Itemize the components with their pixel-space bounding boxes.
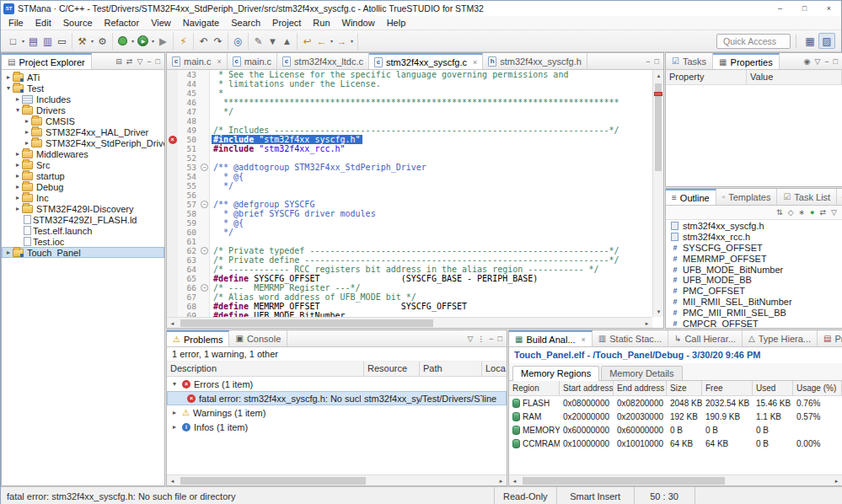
sort-icon[interactable]: ⇅ <box>776 208 783 217</box>
subtab-memory-details[interactable]: Memory Details <box>601 366 682 380</box>
problems-group-warnings-1-item[interactable]: ▸⚠Warnings (1 item) <box>167 405 507 420</box>
tab-task-list[interactable]: ☑Task List <box>777 189 837 205</box>
tab-templates[interactable]: ▫Templates <box>716 189 778 205</box>
memory-region-row[interactable]: FLASH0x080000000x082000002048 KB2032.54 … <box>509 396 842 410</box>
outline-item-pmc-mii-rmii-sel-bb[interactable]: #PMC_MII_RMII_SEL_BB <box>666 307 842 318</box>
scroll-left-arrow-icon[interactable]: ◂ <box>167 475 178 486</box>
forward-icon[interactable]: → <box>335 34 349 49</box>
tree-item-test[interactable]: ▾Test <box>2 83 164 94</box>
menu-navigate[interactable]: Navigate <box>177 17 225 29</box>
close-tab-icon[interactable]: × <box>473 58 477 67</box>
twisty-icon[interactable]: ▸ <box>4 73 13 81</box>
view-menu-icon[interactable]: ⋮ <box>477 335 485 343</box>
view-menu-icon[interactable]: ▽ <box>814 57 820 66</box>
problems-group-errors-1-item[interactable]: ▾×Errors (1 item) <box>167 377 507 391</box>
menu-search[interactable]: Search <box>225 17 266 29</box>
tree-item-stm32f429i-discovery[interactable]: ▸STM32F429I-Discovery <box>2 203 164 214</box>
scroll-right-arrow-icon[interactable]: ▸ <box>831 475 842 486</box>
twisty-icon[interactable]: ▾ <box>4 84 13 92</box>
view-menu-icon[interactable]: ▽ <box>831 208 837 217</box>
error-overview-marker[interactable] <box>654 92 662 96</box>
tab-console[interactable]: ▣Console <box>229 330 287 346</box>
undo-icon[interactable]: ↶ <box>196 34 211 49</box>
outline-item-stm32f4xx-rcc-h[interactable]: stm32f4xx_rcc.h <box>666 232 842 243</box>
horizontal-scrollbar-thumb[interactable] <box>180 477 366 485</box>
tab-outline[interactable]: ≡Outline <box>666 189 716 205</box>
menu-project[interactable]: Project <box>266 17 307 29</box>
tab-tasks[interactable]: ☑Tasks <box>666 53 713 69</box>
run-icon[interactable]: ▶ <box>137 35 148 46</box>
link-with-editor-icon[interactable]: ⇄ <box>820 208 827 217</box>
back-menu-icon[interactable]: ▾ <box>329 38 335 44</box>
tab-stm32f4xx-syscfg-c[interactable]: cstm32f4xx_syscfg.c× <box>369 53 483 69</box>
problems-column-description[interactable]: Description <box>167 362 364 376</box>
back-icon[interactable]: ← <box>314 34 329 49</box>
redo-icon[interactable]: ↷ <box>211 34 225 49</box>
toggle-mark-occurrences-icon[interactable]: ✎ <box>251 34 265 49</box>
tree-item-debug[interactable]: ▸Debug <box>2 181 164 192</box>
outline-item-mii-rmii-sel-bitnumber[interactable]: #MII_RMII_SEL_BitNumber <box>666 297 842 308</box>
menu-refactor[interactable]: Refactor <box>99 17 146 29</box>
tab-problem-d[interactable]: ▤Problem D... <box>818 330 842 346</box>
tree-item-stm32f429zi-flash-ld[interactable]: STM32F429ZI_FLASH.ld <box>2 214 164 225</box>
scroll-left-arrow-icon[interactable]: ◂ <box>509 475 520 486</box>
outline-item-cmpcr-offset[interactable]: #CMPCR_OFFSET <box>666 318 842 328</box>
tree-item-touch-panel[interactable]: ▸Touch_Panel <box>2 247 164 258</box>
problems-column-loca[interactable]: Loca <box>482 362 507 376</box>
build-column-used[interactable]: Used <box>753 381 793 395</box>
twisty-icon[interactable]: ▸ <box>23 139 31 147</box>
editor-vertical-scrollbar[interactable]: ▴ ▾ <box>652 70 663 317</box>
filter-icon[interactable]: ▽ <box>467 335 473 343</box>
save-icon[interactable]: ▤ <box>26 34 40 49</box>
subtab-memory-regions[interactable]: Memory Regions <box>512 366 599 381</box>
fold-icon[interactable]: − <box>201 284 208 292</box>
error-marker-icon[interactable]: × <box>169 136 177 144</box>
outline-item-ufb-mode-bb[interactable]: #UFB_MODE_BB <box>666 275 842 286</box>
twisty-icon[interactable]: ▸ <box>23 117 31 125</box>
fold-icon[interactable]: − <box>201 164 208 171</box>
save-all-icon[interactable]: ▥ <box>40 34 55 49</box>
build-menu-icon[interactable]: ▾ <box>89 38 95 44</box>
tree-item-cmsis[interactable]: ▸CMSIS <box>2 115 164 126</box>
hide-non-public-members-icon[interactable]: ● <box>810 208 814 217</box>
twisty-icon[interactable]: ▸ <box>13 172 22 180</box>
vertical-scrollbar-thumb[interactable] <box>655 83 662 171</box>
problems-horizontal-scrollbar[interactable]: ◂ ▸ <box>167 475 507 485</box>
twisty-icon[interactable]: ▸ <box>13 194 22 201</box>
problems-column-resource[interactable]: Resource <box>364 362 420 376</box>
tab-stm32f4xx-ltdc-c[interactable]: cstm32f4xx_ltdc.c <box>277 53 369 69</box>
outline-item-pmc-offset[interactable]: #PMC_OFFSET <box>666 286 842 297</box>
memory-region-row[interactable]: RAM0x200000000x20030000192 KB190.9 KB1.1… <box>509 410 842 423</box>
open-perspective-icon[interactable]: ▦ <box>802 33 818 49</box>
tab-main-c[interactable]: cmain.c <box>228 53 277 69</box>
view-menu-icon[interactable]: ▽ <box>137 57 142 66</box>
tree-item-includes[interactable]: ▸Includes <box>2 94 164 105</box>
build-column-start-address[interactable]: Start address <box>560 381 614 395</box>
fold-icon[interactable]: − <box>201 201 208 208</box>
maximize-icon[interactable]: □ <box>655 57 659 66</box>
close-tab-icon[interactable]: × <box>217 57 221 66</box>
twisty-icon[interactable]: ▸ <box>13 183 22 190</box>
tree-item-middlewares[interactable]: ▸Middlewares <box>2 148 164 159</box>
fold-icon[interactable]: − <box>201 247 208 255</box>
scroll-left-arrow-icon[interactable]: ◂ <box>167 318 178 329</box>
twisty-icon[interactable]: ▾ <box>13 106 22 114</box>
search-icon[interactable]: ◎ <box>231 34 245 49</box>
run-menu-icon[interactable]: ▾ <box>150 38 156 44</box>
menu-source[interactable]: Source <box>57 17 99 29</box>
profile-icon[interactable]: ▶ <box>156 34 170 49</box>
menu-view[interactable]: View <box>145 17 177 29</box>
editor-horizontal-scrollbar[interactable]: ◂ ▸ <box>167 317 652 328</box>
collapse-all-icon[interactable]: ⊟ <box>115 57 122 66</box>
tree-item-inc[interactable]: ▸Inc <box>2 192 164 203</box>
minimize-icon[interactable]: − <box>824 57 829 66</box>
tree-item-stm32f4xx-hal-driver[interactable]: ▸STM32F4xx_HAL_Driver <box>2 126 164 137</box>
outline-item-ufb-mode-bitnumber[interactable]: #UFB_MODE_BitNumber <box>666 264 842 275</box>
tree-item-startup[interactable]: ▸startup <box>2 170 164 181</box>
code-editor[interactable]: 43 * See the License for the specific la… <box>167 70 652 317</box>
tab-project-explorer[interactable]: ▤Project Explorer <box>2 53 92 69</box>
tree-item-src[interactable]: ▸Src <box>2 159 164 170</box>
maximize-icon[interactable]: □ <box>498 335 502 343</box>
menu-window[interactable]: Window <box>336 17 381 29</box>
twisty-icon[interactable]: ▸ <box>170 423 179 431</box>
